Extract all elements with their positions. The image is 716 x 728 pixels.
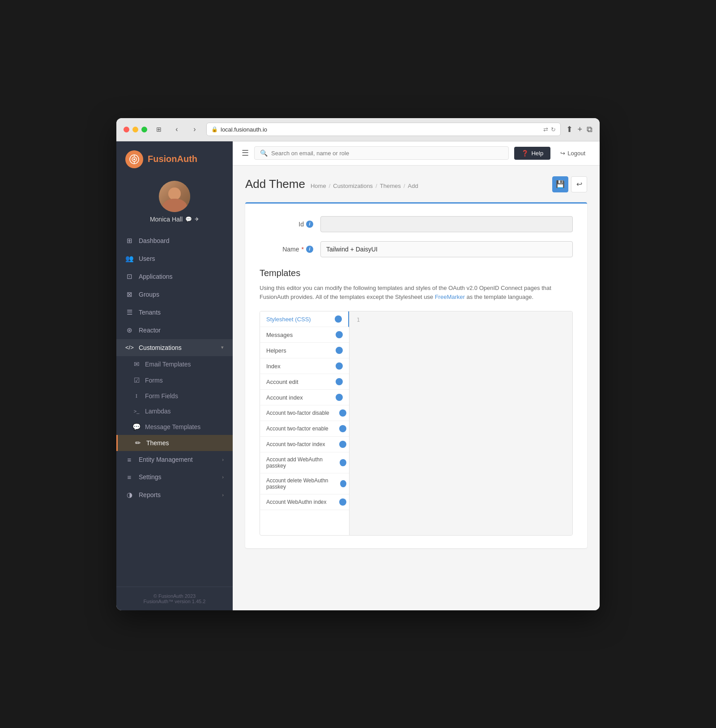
sidebar-item-groups[interactable]: ⊠ Groups (116, 285, 233, 303)
message-templates-icon: 💬 (132, 423, 141, 431)
sidebar-item-email-templates[interactable]: ✉ Email Templates (116, 356, 233, 372)
browser-window: ⊞ ‹ › 🔒 local.fusionauth.io ⇄ ↻ ⬆ + ⧉ (116, 118, 600, 610)
template-nav-account-edit[interactable]: Account edit i (260, 374, 349, 390)
share-button[interactable]: ⬆ (566, 124, 573, 134)
name-info-icon[interactable]: i (306, 246, 313, 253)
templates-desc-text2: as the template language. (465, 294, 533, 300)
template-nav-index[interactable]: Index i (260, 358, 349, 374)
template-nav-account-add-webauthn[interactable]: Account add WebAuthn passkey i (260, 452, 349, 473)
sidebar-item-customizations[interactable]: </> Customizations ▾ (116, 339, 233, 356)
sidebar-item-label: Tenants (139, 309, 224, 316)
account-index-info-icon[interactable]: i (336, 394, 343, 401)
template-nav-label: Account add WebAuthn passkey (266, 456, 340, 469)
settings-icon: ≡ (125, 473, 133, 481)
template-nav-label: Account index (266, 394, 303, 401)
search-input[interactable] (271, 150, 503, 157)
sidebar-item-message-templates[interactable]: 💬 Message Templates (116, 419, 233, 435)
topbar: ☰ 🔍 ❓ Help ↪ Logout (233, 141, 600, 166)
sidebar-item-applications[interactable]: ⊡ Applications (116, 268, 233, 285)
template-nav-account-webauthn-index[interactable]: Account WebAuthn index i (260, 494, 349, 510)
code-textarea[interactable] (363, 315, 569, 319)
reports-icon: ◑ (125, 491, 133, 499)
name-input[interactable] (320, 241, 573, 257)
sidebar-item-users[interactable]: 👥 Users (116, 250, 233, 268)
template-nav-label: Account delete WebAuthn passkey (266, 477, 340, 490)
account-delete-webauthn-info-icon[interactable]: i (340, 480, 346, 487)
sidebar: FusionAuth Monica Hall 💬 ✈ ⊞ Dashboard (116, 141, 233, 610)
stylesheet-info-icon[interactable]: i (335, 315, 342, 323)
account-edit-info-icon[interactable]: i (336, 378, 343, 385)
forward-browser-button[interactable]: › (188, 123, 201, 136)
reactor-icon: ⊛ (125, 326, 133, 334)
line-number-1: 1 (357, 317, 360, 323)
help-icon: ❓ (521, 150, 528, 157)
template-nav-label: Account two-factor index (266, 441, 325, 447)
account-webauthn-index-info-icon[interactable]: i (339, 498, 346, 506)
code-editor[interactable]: 1 (349, 311, 572, 535)
close-dot[interactable] (124, 127, 129, 132)
sidebar-item-themes[interactable]: ✏ Themes (116, 435, 233, 451)
new-tab-button[interactable]: + (577, 125, 582, 134)
account-add-webauthn-info-icon[interactable]: i (340, 459, 346, 466)
sidebar-item-forms[interactable]: ☑ Forms (116, 372, 233, 388)
line-numbers: 1 (353, 315, 363, 325)
template-nav-account-2fa-enable[interactable]: Account two-factor enable i (260, 421, 349, 437)
hamburger-icon[interactable]: ☰ (242, 148, 249, 158)
templates-description: Using this editor you can modify the fol… (260, 284, 573, 302)
sidebar-item-label: Forms (145, 377, 163, 384)
breadcrumb-sep: / (329, 183, 331, 189)
sidebar-item-reports[interactable]: ◑ Reports › (116, 486, 233, 504)
breadcrumb-customizations[interactable]: Customizations (333, 183, 373, 189)
help-button[interactable]: ❓ Help (514, 147, 550, 160)
entity-management-icon: ≡ (125, 456, 133, 464)
sidebar-item-lambdas[interactable]: >_ Lambdas (116, 404, 233, 419)
sidebar-item-entity-management[interactable]: ≡ Entity Management › (116, 451, 233, 468)
id-input[interactable] (320, 216, 573, 232)
address-bar[interactable]: 🔒 local.fusionauth.io ⇄ ↻ (206, 123, 561, 136)
footer-line1: © FusionAuth 2023 (125, 593, 224, 599)
template-nav-helpers[interactable]: Helpers i (260, 343, 349, 358)
url-text: local.fusionauth.io (221, 126, 267, 133)
tabs-button[interactable]: ⧉ (587, 125, 592, 134)
template-nav-account-index[interactable]: Account index i (260, 390, 349, 405)
template-nav: Stylesheet (CSS) i Messages i Helpers i (260, 311, 349, 535)
template-nav-messages[interactable]: Messages i (260, 327, 349, 343)
logout-button[interactable]: ↪ Logout (555, 147, 591, 160)
template-nav-account-2fa-index[interactable]: Account two-factor index i (260, 437, 349, 452)
freemarker-link[interactable]: FreeMarker (435, 294, 465, 300)
minimize-dot[interactable] (132, 127, 138, 132)
breadcrumb-home[interactable]: Home (311, 183, 326, 189)
messages-info-icon[interactable]: i (336, 331, 343, 338)
account-2fa-index-info-icon[interactable]: i (339, 441, 346, 448)
index-info-icon[interactable]: i (336, 362, 343, 370)
back-button[interactable]: ↩ (571, 176, 587, 192)
id-info-icon[interactable]: i (306, 221, 313, 228)
sidebar-item-label: Lambdas (145, 408, 171, 415)
sidebar-item-label: Entity Management (139, 456, 217, 463)
breadcrumb-themes[interactable]: Themes (380, 183, 401, 189)
back-browser-button[interactable]: ‹ (170, 123, 183, 136)
sidebar-item-settings[interactable]: ≡ Settings › (116, 468, 233, 486)
template-nav-account-2fa-disable[interactable]: Account two-factor disable i (260, 405, 349, 421)
maximize-dot[interactable] (141, 127, 147, 132)
sidebar-item-reactor[interactable]: ⊛ Reactor (116, 321, 233, 339)
save-button[interactable]: 💾 (552, 176, 568, 192)
logout-label: Logout (567, 150, 585, 157)
sidebar-item-tenants[interactable]: ☰ Tenants (116, 303, 233, 321)
helpers-info-icon[interactable]: i (336, 347, 343, 354)
sidebar-item-dashboard[interactable]: ⊞ Dashboard (116, 232, 233, 250)
sidebar-item-form-fields[interactable]: I Form Fields (116, 388, 233, 404)
templates-title: Templates (260, 268, 573, 278)
footer-line2: FusionAuth™ version 1.45.2 (125, 599, 224, 604)
page-title: Add Theme (245, 177, 305, 191)
search-icon: 🔍 (260, 149, 268, 157)
breadcrumb-sep: / (375, 183, 377, 189)
template-nav-stylesheet[interactable]: Stylesheet (CSS) i (260, 311, 349, 327)
refresh-icon[interactable]: ↻ (551, 126, 556, 133)
account-2fa-enable-info-icon[interactable]: i (339, 425, 346, 432)
account-2fa-disable-info-icon[interactable]: i (339, 409, 346, 417)
chevron-down-icon: ▾ (221, 345, 224, 350)
template-nav-account-delete-webauthn[interactable]: Account delete WebAuthn passkey i (260, 473, 349, 494)
applications-icon: ⊡ (125, 272, 133, 281)
sidebar-item-label: Reports (139, 491, 217, 498)
